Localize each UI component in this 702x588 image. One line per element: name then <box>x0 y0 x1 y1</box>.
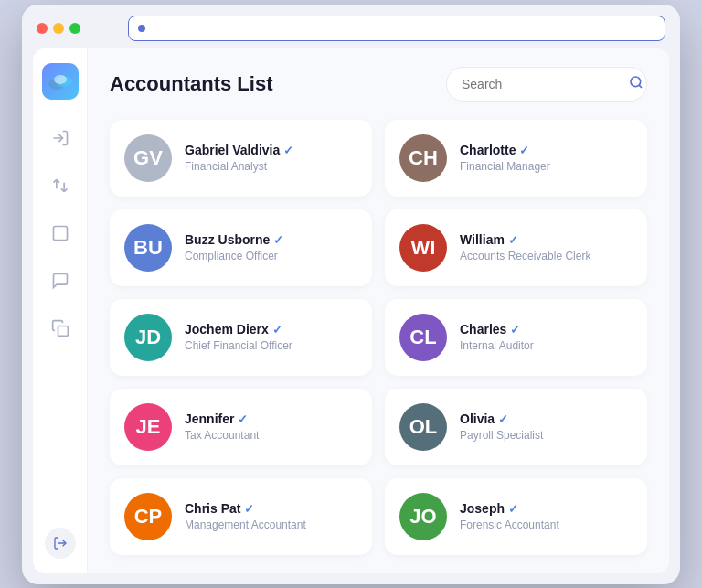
card-info: Charlotte ✓ Financial Manager <box>460 143 633 173</box>
verified-icon: ✓ <box>510 323 520 337</box>
card-info: Buzz Usborne ✓ Compliance Officer <box>185 232 357 262</box>
search-icon <box>629 75 644 93</box>
svg-rect-4 <box>53 226 67 240</box>
verified-icon: ✓ <box>238 412 248 426</box>
sidebar-item-square[interactable] <box>48 220 73 246</box>
sidebar-item-transfer[interactable] <box>48 173 73 198</box>
avatar: CP <box>124 493 172 540</box>
avatar: JE <box>124 403 172 451</box>
card-name: Olivia ✓ <box>460 412 633 426</box>
avatar: GV <box>124 134 172 182</box>
maximize-button[interactable] <box>69 23 80 34</box>
card-name: Charles ✓ <box>460 322 633 337</box>
verified-icon: ✓ <box>508 502 518 516</box>
minimize-button[interactable] <box>53 23 64 34</box>
accountant-card[interactable]: OL Olivia ✓ Payroll Specialist <box>385 389 647 465</box>
accountant-card[interactable]: WI William ✓ Accounts Receivable Clerk <box>385 209 647 286</box>
svg-line-8 <box>639 85 642 88</box>
card-role: Financial Analyst <box>185 160 357 173</box>
verified-icon: ✓ <box>272 323 282 337</box>
verified-icon: ✓ <box>273 233 283 247</box>
address-bar[interactable] <box>128 16 665 41</box>
search-bar[interactable] <box>446 67 647 102</box>
card-info: Chris Pat ✓ Management Accountant <box>185 501 357 531</box>
card-name: Gabriel Valdivia ✓ <box>185 143 357 157</box>
card-role: Chief Financial Officer <box>185 339 357 352</box>
verified-icon: ✓ <box>519 144 529 157</box>
address-bar-dot <box>138 25 145 32</box>
main-header: Accountants List <box>110 67 647 102</box>
card-role: Management Accountant <box>185 519 357 531</box>
verified-icon: ✓ <box>283 144 293 157</box>
card-role: Compliance Officer <box>185 250 357 262</box>
accountant-card[interactable]: JD Jochem Dierx ✓ Chief Financial Office… <box>110 299 372 376</box>
card-name: Charlotte ✓ <box>460 143 633 157</box>
accountant-card[interactable]: CP Chris Pat ✓ Management Accountant <box>110 478 372 555</box>
card-info: Olivia ✓ Payroll Specialist <box>460 412 633 442</box>
card-info: William ✓ Accounts Receivable Clerk <box>460 232 633 262</box>
svg-point-7 <box>631 77 641 87</box>
card-role: Payroll Specialist <box>460 429 633 442</box>
card-info: Jennifer ✓ Tax Accountant <box>185 412 357 442</box>
card-name: Joseph ✓ <box>460 501 633 516</box>
sidebar <box>33 48 88 573</box>
browser-body: Accountants List GV Gabriel Valdivia ✓ <box>33 48 669 573</box>
sidebar-item-chat[interactable] <box>48 268 73 294</box>
page-title: Accountants List <box>110 72 272 96</box>
card-info: Jochem Dierx ✓ Chief Financial Officer <box>185 322 357 352</box>
app-logo[interactable] <box>42 63 79 100</box>
card-role: Accounts Receivable Clerk <box>460 250 633 262</box>
card-name: Jochem Dierx ✓ <box>185 322 357 337</box>
accountant-card[interactable]: JO Joseph ✓ Forensic Accountant <box>385 478 647 555</box>
verified-icon: ✓ <box>498 412 508 426</box>
sidebar-nav <box>48 125 73 502</box>
card-info: Gabriel Valdivia ✓ Financial Analyst <box>185 143 357 173</box>
search-input[interactable] <box>462 77 622 91</box>
sidebar-item-copy[interactable] <box>48 315 73 341</box>
avatar: JO <box>399 493 447 540</box>
sidebar-item-login[interactable] <box>48 125 73 151</box>
cards-grid: GV Gabriel Valdivia ✓ Financial Analyst … <box>110 120 647 555</box>
accountant-card[interactable]: CL Charles ✓ Internal Auditor <box>385 299 647 376</box>
verified-icon: ✓ <box>244 502 254 516</box>
avatar: OL <box>399 403 447 451</box>
close-button[interactable] <box>37 23 48 34</box>
accountant-card[interactable]: JE Jennifer ✓ Tax Accountant <box>110 389 372 465</box>
svg-point-2 <box>54 75 67 84</box>
traffic-lights <box>37 23 80 34</box>
accountant-card[interactable]: CH Charlotte ✓ Financial Manager <box>385 120 647 197</box>
sidebar-bottom <box>45 528 76 559</box>
card-name: Buzz Usborne ✓ <box>185 232 357 247</box>
card-role: Tax Accountant <box>185 429 357 442</box>
card-name: William ✓ <box>460 232 633 247</box>
svg-rect-5 <box>58 326 68 336</box>
avatar: BU <box>124 224 172 272</box>
card-role: Financial Manager <box>460 160 633 173</box>
avatar: CH <box>399 134 447 182</box>
avatar: WI <box>399 224 447 272</box>
card-role: Internal Auditor <box>460 339 633 352</box>
verified-icon: ✓ <box>508 233 518 247</box>
titlebar <box>22 5 680 48</box>
card-name: Jennifer ✓ <box>185 412 357 426</box>
accountant-card[interactable]: GV Gabriel Valdivia ✓ Financial Analyst <box>110 120 372 197</box>
card-info: Joseph ✓ Forensic Accountant <box>460 501 633 531</box>
accountant-card[interactable]: BU Buzz Usborne ✓ Compliance Officer <box>110 209 372 286</box>
main-content: Accountants List GV Gabriel Valdivia ✓ <box>88 48 669 573</box>
avatar: CL <box>399 314 447 361</box>
avatar: JD <box>124 314 172 361</box>
card-info: Charles ✓ Internal Auditor <box>460 322 633 352</box>
card-name: Chris Pat ✓ <box>185 501 357 516</box>
card-role: Forensic Accountant <box>460 519 633 531</box>
logout-button[interactable] <box>45 528 76 559</box>
browser-window: Accountants List GV Gabriel Valdivia ✓ <box>22 5 680 584</box>
